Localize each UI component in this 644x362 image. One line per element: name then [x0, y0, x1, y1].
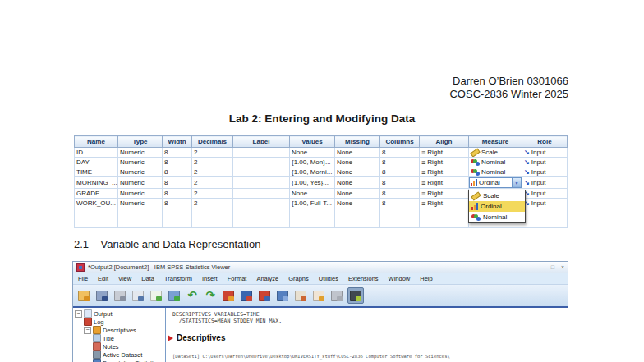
role-cell[interactable]: ↘Input — [522, 158, 568, 167]
align-cell[interactable]: ≡Right — [420, 158, 469, 167]
cell[interactable]: Numeric — [118, 167, 163, 177]
cell[interactable]: 2 — [192, 199, 233, 208]
outline-item-log[interactable]: Log — [73, 318, 165, 326]
outline-item-notes[interactable]: Notes — [73, 342, 165, 351]
open-icon[interactable] — [76, 288, 91, 303]
outline-item-output[interactable]: −Output — [73, 309, 165, 318]
empty-cell[interactable] — [118, 208, 163, 218]
cell[interactable]: 8 — [380, 148, 420, 158]
cell[interactable]: 8 — [163, 167, 192, 177]
cell[interactable]: 2 — [192, 167, 233, 177]
menu-view[interactable]: View — [113, 275, 136, 282]
cell[interactable]: None — [290, 148, 335, 158]
menu-window[interactable]: Window — [384, 275, 416, 282]
empty-cell[interactable] — [163, 208, 192, 218]
empty-cell[interactable] — [192, 218, 233, 228]
minimize-button[interactable]: – — [541, 264, 545, 270]
use-sets-icon[interactable] — [293, 288, 308, 303]
cell[interactable]: None — [335, 177, 380, 189]
cell[interactable] — [233, 177, 290, 189]
cell[interactable]: None — [335, 167, 380, 177]
tree-expander-icon[interactable]: − — [84, 327, 91, 334]
export-icon[interactable] — [149, 288, 163, 303]
dropdown-option-nominal[interactable]: Nominal — [469, 212, 525, 222]
cell[interactable]: 8 — [163, 199, 192, 208]
cell[interactable]: Numeric — [118, 177, 163, 189]
cell[interactable]: 8 — [380, 199, 420, 208]
measure-combobox[interactable]: Ordinal▼ — [469, 177, 522, 188]
menu-file[interactable]: File — [73, 275, 93, 282]
measure-cell[interactable]: Ordinal▼ — [469, 177, 522, 189]
cell[interactable] — [233, 167, 290, 177]
disabled-icon[interactable] — [329, 288, 344, 303]
close-button[interactable]: × — [561, 264, 564, 270]
combo-dropdown-button[interactable]: ▼ — [512, 178, 521, 187]
align-cell[interactable]: ≡Right — [420, 148, 469, 158]
menu-edit[interactable]: Edit — [93, 275, 113, 282]
cell[interactable]: 8 — [163, 189, 192, 199]
cell[interactable]: {1.00, Mon}... — [290, 158, 335, 167]
empty-cell[interactable] — [380, 218, 420, 228]
menu-graphs[interactable]: Graphs — [283, 275, 314, 282]
highlight-icon[interactable] — [311, 288, 326, 303]
role-cell[interactable]: ↘Input — [522, 167, 568, 177]
empty-cell[interactable] — [290, 208, 335, 218]
maximize-button[interactable]: □ — [551, 264, 554, 270]
cell[interactable]: DAY — [75, 158, 118, 167]
cell[interactable] — [233, 189, 290, 199]
cell[interactable]: GRADE — [75, 189, 118, 199]
goto-variable-icon[interactable] — [239, 288, 254, 303]
print-preview-icon[interactable] — [131, 288, 145, 303]
cell[interactable]: Numeric — [118, 148, 163, 158]
cell[interactable]: None — [335, 158, 380, 167]
cell[interactable]: 8 — [163, 158, 192, 167]
outline-item-title[interactable]: Title — [73, 334, 165, 342]
dropdown-option-ordinal[interactable]: Ordinal — [469, 201, 525, 212]
empty-cell[interactable] — [192, 208, 233, 218]
cell[interactable] — [233, 158, 290, 167]
value-labels-icon[interactable] — [275, 288, 290, 303]
cell[interactable]: 2 — [192, 158, 233, 167]
empty-cell[interactable] — [335, 208, 380, 218]
role-cell[interactable]: ↘Input — [522, 148, 568, 158]
menu-analyze[interactable]: Analyze — [251, 275, 283, 282]
empty-cell[interactable] — [290, 218, 335, 228]
cell[interactable]: Numeric — [118, 158, 163, 167]
recall-dialogs-icon[interactable] — [167, 288, 182, 303]
variables-icon[interactable] — [257, 288, 272, 303]
align-cell[interactable]: ≡Right — [420, 199, 469, 208]
menu-insert[interactable]: Insert — [197, 275, 223, 282]
dropdown-option-scale[interactable]: Scale — [469, 190, 525, 201]
cell[interactable] — [233, 148, 290, 158]
print-icon[interactable] — [113, 288, 127, 303]
cell[interactable]: Numeric — [118, 189, 163, 199]
cell[interactable]: {1.00, Full-T... — [290, 199, 335, 208]
cell[interactable]: None — [335, 199, 380, 208]
cell[interactable]: 8 — [380, 189, 420, 199]
empty-cell[interactable] — [75, 218, 118, 228]
cell[interactable]: None — [290, 189, 335, 199]
tree-expander-icon[interactable]: − — [75, 310, 82, 318]
cell[interactable]: 2 — [192, 189, 233, 199]
cell[interactable]: 8 — [380, 167, 420, 177]
redo-icon[interactable]: ↷ — [203, 288, 218, 303]
save-icon[interactable] — [94, 288, 109, 303]
empty-cell[interactable] — [522, 208, 568, 218]
empty-cell[interactable] — [335, 218, 380, 228]
cell[interactable]: Numeric — [118, 199, 163, 208]
empty-cell[interactable] — [163, 218, 192, 228]
cell[interactable] — [233, 199, 290, 208]
empty-cell[interactable] — [75, 208, 118, 218]
role-cell[interactable]: ↘Input — [522, 177, 568, 189]
show-hide-icon[interactable] — [347, 287, 364, 304]
menu-format[interactable]: Format — [223, 275, 252, 282]
role-cell[interactable]: ↘Input — [522, 189, 568, 199]
empty-cell[interactable] — [420, 208, 469, 218]
cell[interactable]: None — [335, 148, 380, 158]
outline-item-active-dataset[interactable]: Active Dataset — [73, 351, 165, 359]
menu-help[interactable]: Help — [415, 275, 437, 282]
measure-cell[interactable]: Scale — [469, 148, 522, 158]
goto-case-icon[interactable] — [221, 288, 236, 303]
cell[interactable]: ID — [75, 148, 118, 158]
empty-cell[interactable] — [233, 218, 290, 228]
